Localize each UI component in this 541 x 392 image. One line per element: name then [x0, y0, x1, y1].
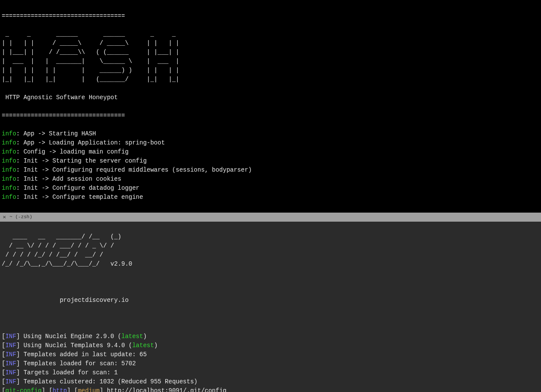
blank-line [2, 314, 539, 323]
finding-line: [git-config] [http] [medium] http://loca… [2, 386, 539, 392]
inf-tag: INF [5, 333, 16, 340]
inf-tag: INF [5, 378, 16, 385]
finding-name: git-config [5, 387, 41, 392]
severity-tag: medium [78, 387, 99, 392]
log-message: : Init -> Configure datadog logger [16, 185, 140, 191]
close-icon[interactable]: ✕ [3, 214, 6, 220]
log-level: info [2, 130, 16, 137]
inf-tag: INF [5, 369, 16, 376]
terminal-pane-bottom: ____ __ _______/ /__ (_) / __ \/ / / / _… [0, 222, 541, 392]
log-message: : Config -> loading main config [16, 148, 129, 155]
log-level: info [2, 139, 16, 146]
log-message: : App -> Starting HASH [16, 130, 96, 137]
inf-tag: INF [5, 342, 16, 349]
log-message: : App -> Loading Application: spring-boo… [16, 139, 165, 146]
log-line: info: Init -> Starting the server config [2, 157, 539, 166]
log-line: info: Init -> Configure datadog logger [2, 184, 539, 193]
scan-output: [INF] Using Nuclei Engine 2.9.0 (latest)… [2, 332, 539, 392]
inf-line: [INF] Using Nuclei Templates 9.4.0 (late… [2, 341, 539, 350]
tagline: projectdiscovery.io [2, 296, 539, 305]
log-message: : Init -> Configure template engine [16, 194, 143, 201]
log-level: info [2, 166, 16, 173]
log-output: info: App -> Starting HASHinfo: App -> L… [2, 129, 539, 202]
log-message: : Init -> Starting the server config [16, 157, 147, 164]
protocol-tag: http [53, 387, 67, 392]
latest-tag: latest [132, 342, 154, 349]
log-line: info: Init -> Configure template engine [2, 193, 539, 202]
blank-line [2, 278, 539, 287]
log-message: : Init -> Add session cookies [16, 176, 122, 182]
log-level: info [2, 148, 16, 155]
inf-line: [INF] Templates added in last update: 65 [2, 350, 539, 359]
finding-url: http://localhost:9091/.git/config [107, 387, 226, 392]
latest-tag: latest [121, 333, 143, 340]
log-level: info [2, 194, 16, 201]
tab-title[interactable]: ~ (-zsh) [9, 213, 32, 221]
inf-line: [INF] Templates loaded for scan: 5702 [2, 359, 539, 368]
app-subtitle: HTTP Agnostic Software Honeypot [2, 93, 539, 102]
log-line: info: App -> Loading Application: spring… [2, 138, 539, 147]
log-message: : Init -> Configuring required middlewar… [16, 166, 252, 173]
inf-line: [INF] Using Nuclei Engine 2.9.0 (latest) [2, 332, 539, 341]
log-line: info: Init -> Add session cookies [2, 175, 539, 184]
inf-line: [INF] Templates clustered: 1032 (Reduced… [2, 377, 539, 386]
log-level: info [2, 157, 16, 164]
log-line: info: App -> Starting HASH [2, 129, 539, 138]
inf-tag: INF [5, 351, 16, 358]
log-line: info: Init -> Configuring required middl… [2, 166, 539, 175]
log-level: info [2, 185, 16, 191]
inf-tag: INF [5, 360, 16, 367]
terminal-pane-top: ================================== _ _ _… [0, 0, 541, 213]
ascii-banner-hash: _ _ ______ ______ _ _ | | | | / _____\ /… [2, 30, 539, 84]
ascii-banner-nuclei: ____ __ _______/ /__ (_) / __ \/ / / / _… [2, 232, 539, 269]
banner-rule-top: ================================== [2, 12, 539, 21]
inf-line: [INF] Targets loaded for scan: 1 [2, 368, 539, 377]
log-line: info: Config -> loading main config [2, 147, 539, 157]
pane-tab-bar[interactable]: ✕ ~ (-zsh) [0, 213, 541, 222]
log-level: info [2, 176, 16, 182]
banner-rule-bottom: ================================== [2, 111, 539, 120]
